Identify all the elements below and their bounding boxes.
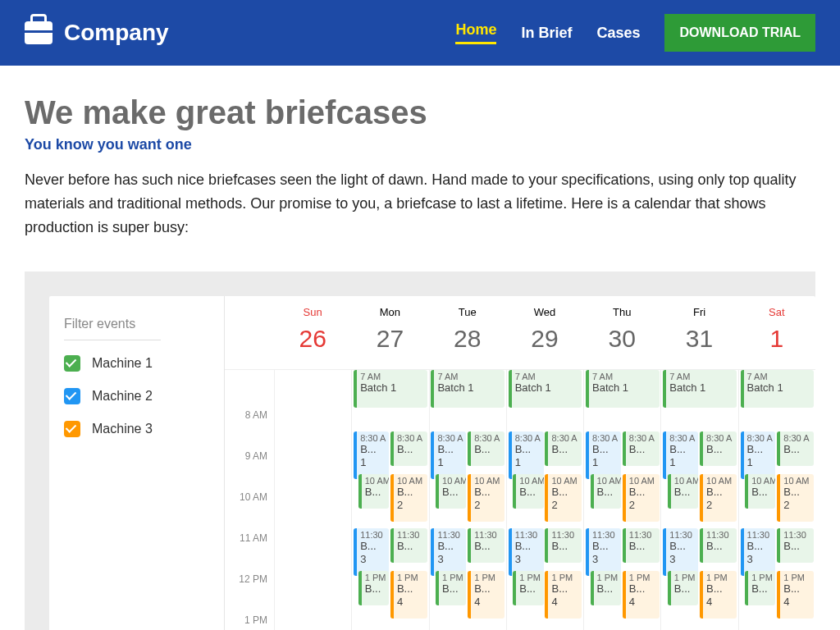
event-name: 3	[669, 553, 698, 566]
calendar-event[interactable]: 7 AMBatch 1	[509, 370, 582, 408]
event-time: 10 AM	[674, 476, 698, 486]
download-trial-button[interactable]: DOWNLOAD TRIAL	[664, 14, 815, 52]
calendar-event[interactable]: 11:30B...3	[741, 528, 776, 576]
calendar-event[interactable]: 10 AMB...	[436, 474, 466, 509]
nav: Home In Brief Cases DOWNLOAD TRIAL	[455, 14, 815, 52]
filter-machine-1[interactable]: Machine 1	[64, 355, 209, 372]
day-column[interactable]: 7 AMBatch 18:30 AB...18:30 AB...10 AMB..…	[351, 370, 428, 630]
day-column[interactable]: 7 AMBatch 18:30 AB...18:30 AB...10 AMB..…	[583, 370, 660, 630]
calendar-event[interactable]: 10 AMB...	[668, 474, 698, 509]
calendar-event[interactable]: 11:30B...3	[586, 528, 621, 576]
day-header[interactable]: Sun26	[274, 296, 351, 369]
calendar-event[interactable]: 8:30 AB...	[623, 431, 660, 466]
day-column[interactable]: 7 AMBatch 18:30 AB...18:30 AB...10 AMB..…	[429, 370, 506, 630]
day-header[interactable]: Tue28	[429, 296, 506, 369]
nav-in-brief[interactable]: In Brief	[521, 25, 572, 42]
calendar-event[interactable]: 7 AMBatch 1	[431, 370, 504, 408]
calendar-event[interactable]: 10 AMB...2	[545, 474, 582, 522]
checkbox-icon	[64, 355, 80, 372]
day-header[interactable]: Fri31	[660, 296, 737, 369]
event-time: 8:30 A	[706, 433, 737, 443]
calendar-event[interactable]: 8:30 AB...	[468, 431, 504, 466]
event-name: B...	[365, 486, 389, 499]
calendar-event[interactable]: 1 PMB...4	[545, 571, 582, 619]
day-header[interactable]: Sat1	[738, 296, 815, 369]
event-time: 7 AM	[360, 372, 427, 381]
calendar-event[interactable]: 7 AMBatch 1	[586, 370, 660, 408]
event-name: B...	[706, 486, 737, 499]
event-name: B...	[783, 443, 814, 456]
calendar-event[interactable]: 11:30B...3	[663, 528, 698, 576]
calendar-event[interactable]: 10 AMB...	[591, 474, 621, 509]
calendar-event[interactable]: 10 AMB...	[745, 474, 775, 509]
calendar-event[interactable]: 1 PMB...	[513, 571, 543, 605]
day-column[interactable]	[274, 370, 351, 630]
calendar-event[interactable]: 8:30 AB...1	[431, 431, 466, 479]
day-column[interactable]: 7 AMBatch 18:30 AB...18:30 AB...10 AMB..…	[738, 370, 815, 630]
calendar-event[interactable]: 10 AMB...	[358, 474, 389, 509]
day-of-week: Fri	[660, 306, 737, 318]
event-name: B...	[365, 582, 389, 596]
event-name: B...	[551, 540, 582, 553]
event-name: B...	[629, 443, 660, 456]
event-time: 1 PM	[397, 573, 427, 582]
calendar-event[interactable]: 1 PMB...4	[390, 571, 427, 619]
calendar-event[interactable]: 8:30 AB...1	[663, 431, 698, 479]
calendar-event[interactable]: 10 AMB...2	[468, 474, 504, 522]
calendar-event[interactable]: 11:30B...	[700, 528, 737, 563]
event-name: B...	[397, 443, 427, 456]
calendar-event[interactable]: 7 AMBatch 1	[741, 370, 815, 408]
calendar-event[interactable]: 1 PMB...	[436, 571, 466, 605]
event-name: B...	[669, 443, 698, 456]
event-name: B...	[592, 540, 621, 553]
calendar-event[interactable]: 11:30B...	[390, 528, 427, 563]
calendar-event[interactable]: 11:30B...3	[509, 528, 544, 576]
day-of-week: Mon	[351, 306, 428, 318]
event-name: B...	[442, 582, 466, 596]
calendar-event[interactable]: 8:30 AB...1	[354, 431, 389, 479]
day-column[interactable]: 7 AMBatch 18:30 AB...18:30 AB...10 AMB..…	[506, 370, 583, 630]
calendar-event[interactable]: 10 AMB...	[513, 474, 543, 509]
calendar-event[interactable]: 10 AMB...2	[700, 474, 737, 522]
calendar-event[interactable]: 7 AMBatch 1	[663, 370, 737, 408]
calendar-event[interactable]: 8:30 AB...1	[741, 431, 776, 479]
calendar-event[interactable]: 1 PMB...	[591, 571, 621, 605]
day-header[interactable]: Wed29	[506, 296, 583, 369]
calendar-event[interactable]: 11:30B...	[468, 528, 504, 563]
calendar-event[interactable]: 11:30B...3	[431, 528, 466, 576]
calendar-event[interactable]: 1 PMB...4	[700, 571, 737, 619]
calendar-event[interactable]: 8:30 AB...	[777, 431, 814, 466]
calendar-event[interactable]: 1 PMB...	[745, 571, 775, 605]
brand[interactable]: Company	[25, 20, 169, 46]
calendar-event[interactable]: 7 AMBatch 1	[354, 370, 427, 408]
calendar-event[interactable]: 1 PMB...4	[623, 571, 660, 619]
event-time: 1 PM	[674, 573, 698, 582]
event-time: 11:30	[474, 530, 504, 540]
calendar-event[interactable]: 1 PMB...4	[777, 571, 814, 619]
time-label: 9 AM	[225, 450, 274, 491]
calendar-event[interactable]: 11:30B...	[623, 528, 660, 563]
nav-home[interactable]: Home	[455, 21, 496, 44]
calendar-event[interactable]: 1 PMB...4	[468, 571, 504, 619]
calendar-event[interactable]: 10 AMB...2	[623, 474, 660, 522]
calendar-event[interactable]: 11:30B...	[545, 528, 582, 563]
calendar-event[interactable]: 11:30B...3	[354, 528, 389, 576]
filter-machine-3[interactable]: Machine 3	[64, 421, 209, 437]
calendar-event[interactable]: 8:30 AB...	[545, 431, 582, 466]
calendar-event[interactable]: 10 AMB...2	[777, 474, 814, 522]
calendar-event[interactable]: 8:30 AB...	[390, 431, 427, 466]
event-time: 10 AM	[442, 476, 466, 486]
calendar-event[interactable]: 8:30 AB...1	[509, 431, 544, 479]
nav-cases[interactable]: Cases	[596, 25, 640, 42]
filter-machine-2[interactable]: Machine 2	[64, 388, 209, 404]
event-time: 11:30	[629, 530, 660, 540]
day-header[interactable]: Mon27	[351, 296, 428, 369]
day-column[interactable]: 7 AMBatch 18:30 AB...18:30 AB...10 AMB..…	[660, 370, 737, 630]
calendar-event[interactable]: 11:30B...	[777, 528, 814, 563]
calendar-event[interactable]: 8:30 AB...1	[586, 431, 621, 479]
day-header[interactable]: Thu30	[583, 296, 660, 369]
calendar-event[interactable]: 1 PMB...	[358, 571, 389, 605]
calendar-event[interactable]: 10 AMB...2	[390, 474, 427, 522]
calendar-event[interactable]: 8:30 AB...	[700, 431, 737, 466]
calendar-event[interactable]: 1 PMB...	[668, 571, 698, 605]
